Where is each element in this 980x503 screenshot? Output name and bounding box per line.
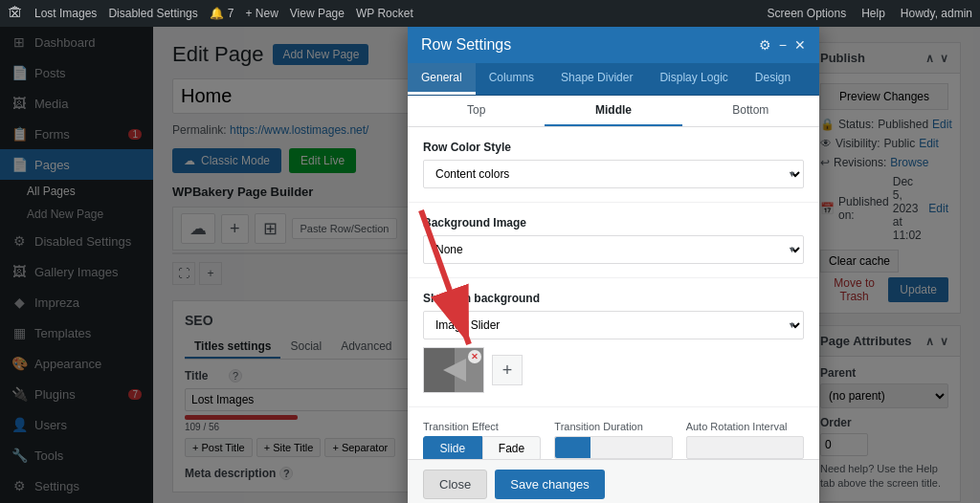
admin-bar-disabled-settings[interactable]: Disabled Settings [108, 7, 197, 20]
remove-slide-btn[interactable]: ✕ [468, 350, 481, 363]
modal-tab-general[interactable]: General [408, 63, 476, 95]
admin-bar-screen-options[interactable]: Screen Options [767, 7, 846, 20]
modal-body: Top Middle Bottom Row Color Style Conten… [408, 96, 819, 459]
row-color-section: Row Color Style Content colors [408, 127, 819, 203]
admin-bar-view-page[interactable]: View Page [290, 7, 345, 20]
modal-settings-icon[interactable]: ⚙ [759, 37, 771, 53]
row-settings-modal: Row Settings ⚙ − ✕ General Columns Shape… [408, 27, 819, 503]
bg-image-label: Background Image [423, 216, 804, 230]
position-tabs: Top Middle Bottom [408, 96, 819, 127]
transition-effect-label: Transition Effect [423, 421, 541, 432]
show-on-bg-label: Show on background [423, 292, 804, 305]
image-slider-preview: ✕ + [423, 347, 804, 393]
row-color-select[interactable]: Content colors [423, 160, 804, 188]
modal-tabs: General Columns Shape Divider Display Lo… [408, 63, 819, 96]
bg-image-section: Background Image None [408, 203, 819, 278]
transition-row: Transition Effect Slide Fade Transition … [423, 421, 804, 459]
wp-logo[interactable]: 🏚 [8, 5, 23, 22]
duration-slider-fill [555, 437, 590, 458]
pos-tab-bottom[interactable]: Bottom [682, 96, 819, 126]
admin-bar-site[interactable]: Lost Images [34, 7, 97, 20]
admin-bar-new[interactable]: + New [245, 7, 278, 20]
admin-bar-help[interactable]: Help [861, 7, 885, 20]
modal-title: Row Settings [421, 36, 511, 54]
rotation-slider-track [686, 436, 804, 459]
row-color-select-wrapper: Content colors [423, 160, 804, 188]
modal-close-icon[interactable]: ✕ [794, 37, 806, 53]
modal-header: Row Settings ⚙ − ✕ [408, 27, 819, 63]
transition-section: Transition Effect Slide Fade Transition … [408, 407, 819, 459]
show-on-bg-select[interactable]: Image Slider [423, 311, 804, 339]
admin-bar-notifications[interactable]: 🔔 7 [210, 7, 234, 20]
admin-bar: 🏚 Lost Images Disabled Settings 🔔 7 + Ne… [0, 0, 980, 27]
transition-duration-label: Transition Duration [554, 421, 672, 432]
modal-footer: Close Save changes [408, 459, 819, 503]
show-on-bg-section: Show on background Image Slider ✕ + [408, 278, 819, 407]
duration-slider-track [554, 436, 672, 459]
transition-duration-col: Transition Duration In milliseconds: 300… [554, 421, 672, 459]
pos-tab-middle[interactable]: Middle [545, 96, 681, 126]
show-on-bg-select-wrapper: Image Slider [423, 311, 804, 339]
modal-tab-columns[interactable]: Columns [476, 63, 547, 95]
slider-thumbnail: ✕ [423, 347, 484, 393]
admin-bar-howdy[interactable]: Howdy, admin [901, 7, 972, 20]
row-color-label: Row Color Style [423, 141, 804, 154]
add-slide-btn[interactable]: + [492, 355, 523, 385]
admin-bar-wp-rocket[interactable]: WP Rocket [356, 7, 413, 20]
save-changes-button[interactable]: Save changes [495, 470, 604, 499]
modal-tab-display-logic[interactable]: Display Logic [646, 63, 741, 95]
slide-effect-btn[interactable]: Slide [423, 436, 482, 459]
modal-minus-icon[interactable]: − [779, 37, 787, 53]
bg-image-select[interactable]: None [423, 235, 804, 264]
modal-tab-shape-divider[interactable]: Shape Divider [547, 63, 646, 95]
auto-rotation-col: Auto Rotation Interval In seconds: 3, 5,… [686, 421, 804, 459]
modal-header-icons: ⚙ − ✕ [759, 37, 806, 53]
auto-rotation-label: Auto Rotation Interval [686, 421, 804, 432]
modal-tab-design[interactable]: Design [742, 63, 804, 95]
effect-buttons: Slide Fade [423, 436, 541, 459]
fade-effect-btn[interactable]: Fade [482, 436, 542, 459]
close-modal-button[interactable]: Close [423, 470, 487, 499]
bg-image-select-wrapper: None [423, 235, 804, 264]
pos-tab-top[interactable]: Top [408, 96, 545, 126]
transition-effect-col: Transition Effect Slide Fade [423, 421, 541, 459]
